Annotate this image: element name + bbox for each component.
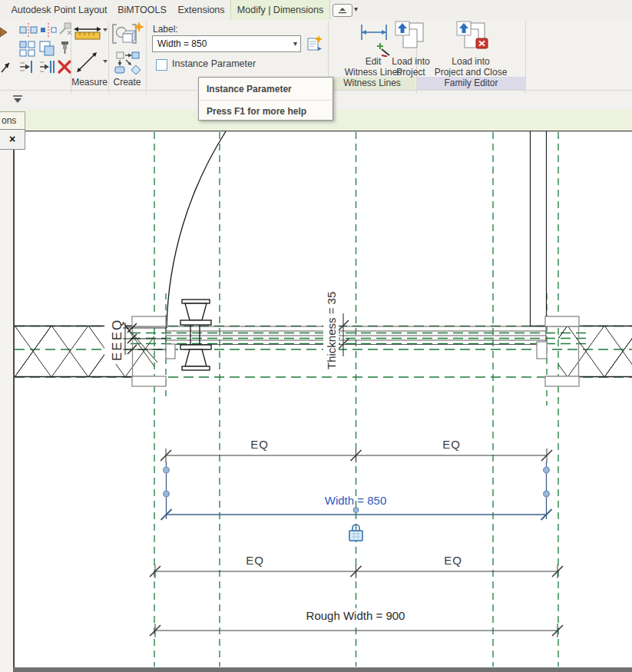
load-into-project-close-icon[interactable] (455, 20, 489, 51)
load-into-project-icon[interactable] (394, 20, 428, 51)
eq-label: EQ (246, 554, 264, 567)
revit-family-editor-window: EEEQ Thickness = 35 EQ EQ (0, 0, 632, 672)
label-combobox-value: Width = 850 (153, 38, 207, 49)
new-parameter-icon (305, 35, 323, 52)
panel-divider (146, 22, 147, 94)
instance-parameter-label: Instance Parameter (172, 58, 256, 69)
pin-icon[interactable] (61, 41, 68, 54)
trim-multiple-icon[interactable] (40, 61, 54, 73)
panel-divider (525, 22, 526, 94)
tab-modify-dimensions[interactable]: Modify | Dimensions (230, 0, 330, 20)
eq-label: EQ (442, 438, 461, 451)
instance-parameter-checkbox[interactable] (156, 59, 167, 71)
label-combobox[interactable]: Width = 850 ▾ (152, 35, 301, 52)
align-center-icon[interactable] (20, 23, 37, 37)
dropdown-caret-icon[interactable] (103, 60, 108, 63)
measure-panel-icons (74, 22, 109, 75)
partial-arrow-icon[interactable] (2, 63, 9, 72)
load-into-project-close-button[interactable]: Load into Project and Close (428, 57, 514, 78)
close-panel-button[interactable]: × (0, 129, 25, 150)
minimize-ribbon-icon (337, 6, 348, 14)
tooltip-hint: Press F1 for more help (199, 101, 333, 117)
family-editor-panel-label: Family Editor (417, 77, 525, 90)
ribbon-tab-bar: Autodesk Point Layout BiMTOOLS Extension… (0, 0, 632, 20)
side-panel-tab[interactable]: ons (0, 111, 25, 130)
canvas-bottom-band (13, 667, 632, 672)
create-panel-icons (110, 22, 144, 75)
measure-linear-icon[interactable] (74, 27, 101, 39)
trim-single-icon[interactable] (20, 61, 31, 73)
wall-eq-labels: EEEQ (110, 319, 124, 361)
minimize-ribbon-button[interactable] (333, 4, 352, 17)
tooltip: Instance Parameter Press F1 for more hel… (198, 77, 333, 121)
load-project-line2: Project (388, 68, 434, 78)
panel-collapse-icon[interactable] (12, 94, 24, 104)
rough-width-value: Rough Width = 900 (306, 609, 405, 622)
load-close-line1: Load into (428, 57, 514, 68)
minimize-caret-icon[interactable]: ▾ (354, 5, 358, 13)
edit-witness-lines-icon[interactable] (356, 23, 392, 57)
tooltip-title: Instance Parameter (199, 78, 333, 100)
partial-icon[interactable] (0, 28, 7, 37)
create-panel-label: Create (108, 77, 146, 88)
tab-autodesk-point-layout[interactable]: Autodesk Point Layout (11, 0, 108, 20)
scale-icon[interactable] (40, 41, 54, 55)
label-field-caption: Label: (153, 24, 178, 35)
load-close-line2: Project and Close (428, 68, 514, 78)
canvas-paper (15, 131, 632, 667)
tab-extensions[interactable]: Extensions (175, 0, 227, 20)
load-project-line1: Load into (388, 57, 434, 68)
create-group-icon[interactable] (113, 22, 144, 43)
load-into-project-button[interactable]: Load into Project (388, 57, 434, 78)
width-dimension-value[interactable]: Width = 850 (325, 494, 386, 507)
dropdown-caret-icon[interactable] (103, 28, 108, 31)
thickness-label: Thickness = 35 (325, 292, 338, 369)
tab-bimtools[interactable]: BiMTOOLS (115, 0, 169, 20)
align-middle-icon[interactable] (41, 23, 56, 37)
eq-label: EQ (444, 554, 462, 567)
create-similar-icon[interactable] (115, 52, 141, 74)
unpin-icon[interactable] (60, 23, 71, 35)
array-icon[interactable] (20, 41, 35, 56)
eq-label: EQ (250, 438, 269, 451)
delete-icon[interactable] (59, 61, 70, 72)
witness-lines-panel-label: Witness Lines (329, 77, 415, 90)
measure-angular-icon[interactable] (77, 52, 97, 72)
measure-panel-label: Measure (71, 77, 108, 88)
modify-panel-icons (0, 22, 74, 75)
new-parameter-button[interactable] (305, 35, 323, 52)
combobox-caret-icon[interactable]: ▾ (293, 36, 297, 51)
